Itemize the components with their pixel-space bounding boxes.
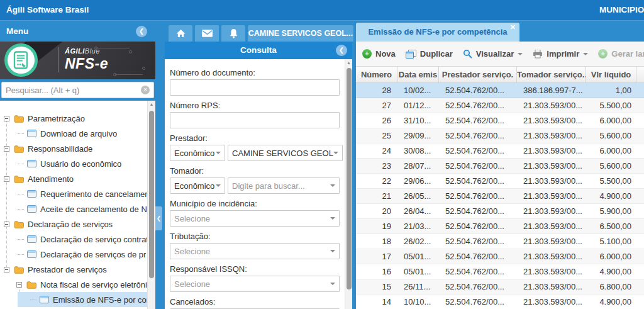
- prestador-value-select[interactable]: CAMINE SERVICOS GEOL: [228, 145, 343, 161]
- tomador-search-select[interactable]: Digite para buscar...: [228, 177, 340, 194]
- rps-number-input[interactable]: [170, 112, 340, 128]
- tree-scrollbar-thumb[interactable]: [149, 111, 154, 278]
- search-box: ✕: [1, 82, 154, 98]
- tab-home[interactable]: [169, 25, 192, 42]
- table-row[interactable]: 2701/12...52.504.762/00...21.303.593/00.…: [356, 98, 644, 113]
- table-row[interactable]: 2026/04...52.504.762/00...21.303.593/00.…: [356, 204, 644, 219]
- collapse-expander-icon[interactable]: [4, 116, 9, 121]
- column-header[interactable]: Prestador serviço.: [439, 67, 517, 82]
- cell-data: 21/03...: [397, 219, 439, 233]
- scroll-up-icon[interactable]: ▲: [345, 59, 352, 67]
- tomador-mode-select[interactable]: Econômico: [170, 177, 225, 194]
- municipio-incidencia-select[interactable]: Selecione: [170, 210, 340, 227]
- collapse-expander-icon[interactable]: [4, 176, 9, 182]
- prestador-mode-select[interactable]: Econômico: [170, 145, 225, 161]
- tree-item-label: Parametrização: [28, 114, 85, 123]
- tree-item-label: Declaração de serviços de pr: [40, 250, 146, 259]
- tree-item[interactable]: Usuário do econômico: [0, 156, 147, 171]
- caret-down-icon: [330, 184, 335, 189]
- tree-item-label: Responsabilidade: [28, 144, 92, 154]
- table-row[interactable]: 2430/08...52.504.762/00...21.303.593/00.…: [356, 143, 644, 159]
- tree-item[interactable]: Prestador de serviços: [0, 262, 147, 277]
- table-row[interactable]: 1410/10...52.504.762/00...21.303.593/00.…: [356, 295, 644, 309]
- table-row[interactable]: 2631/10...52.504.762/00...21.303.593/00.…: [356, 113, 644, 128]
- table-row[interactable]: 2229/06...52.504.762/00...21.303.593/00.…: [356, 174, 644, 189]
- caret-down-icon: [330, 283, 335, 288]
- filter-scrollbar-thumb[interactable]: [347, 68, 352, 289]
- gerar-lancamento-button[interactable]: + Gerar lançamento: [598, 49, 644, 59]
- column-header[interactable]: [636, 67, 644, 82]
- app-title: Ágili Software Brasil: [6, 0, 89, 20]
- tab-bar: CAMINE SERVICOS GEOL... Emissão de NFS-e…: [165, 21, 644, 42]
- table-row[interactable]: 1921/03...52.504.762/00...21.303.593/00.…: [356, 219, 644, 234]
- tree-item[interactable]: Atendimento: [0, 171, 147, 186]
- column-header[interactable]: Número: [356, 67, 397, 82]
- cell-prestador: 52.504.762/00...: [439, 143, 517, 158]
- duplicar-button[interactable]: Duplicar: [406, 49, 453, 59]
- tree-item-label: Emissão de NFS-e por competência: [53, 295, 147, 305]
- tree-item[interactable]: Declaração de serviços de pr: [0, 247, 147, 262]
- close-icon[interactable]: ✕: [510, 23, 516, 31]
- table-row[interactable]: 2126/05...52.504.762/00...21.303.593/00.…: [356, 189, 644, 204]
- collapse-menu-button[interactable]: ❮: [136, 26, 147, 37]
- cell-prestador: 52.504.762/00...: [439, 189, 517, 203]
- table-row[interactable]: 2810/02...52.504.762/00...386.186.997-7.…: [356, 83, 644, 98]
- cell-valor: 5.900,00: [586, 204, 636, 218]
- tree-item[interactable]: Download de arquivo: [0, 126, 147, 141]
- tree-item[interactable]: Nota fiscal de serviço eletrônica: [0, 277, 147, 292]
- table-row[interactable]: 2328/07...52.504.762/00...21.303.593/00.…: [356, 159, 644, 174]
- documento-number-input[interactable]: [170, 79, 340, 96]
- table-row[interactable]: 2529/09...52.504.762/00...21.303.593/00.…: [356, 128, 644, 143]
- clear-search-icon[interactable]: ✕: [141, 86, 150, 94]
- tab-camine-servicos[interactable]: CAMINE SERVICOS GEOL...: [248, 25, 353, 42]
- tab-bell[interactable]: [221, 25, 245, 42]
- field-numero-rps: Número RPS:: [170, 96, 340, 128]
- tab-mail[interactable]: [195, 25, 219, 42]
- column-header[interactable]: Vlr líquido: [586, 67, 636, 82]
- tab-emissao-nfse[interactable]: Emissão de NFS-e por competência ✕: [356, 23, 519, 42]
- tree-item[interactable]: Emissão de NFS-e por competência: [0, 292, 147, 307]
- collapse-expander-icon[interactable]: [4, 267, 9, 272]
- field-label: Município de incidência:: [170, 194, 340, 210]
- collapse-filter-button[interactable]: ❮: [336, 45, 347, 56]
- field-responsavel-issqn: Responsável ISSQN: Selecione: [170, 259, 340, 292]
- tree-item[interactable]: Requerimento de cancelamento: [0, 186, 147, 201]
- cell-numero: 26: [356, 113, 397, 128]
- column-header[interactable]: Data emis: [397, 67, 439, 82]
- cell-extra: [636, 174, 644, 188]
- tree-scrollbar[interactable]: ▲: [147, 101, 155, 309]
- collapse-expander-icon[interactable]: [4, 222, 9, 227]
- cell-tomador: 21.303.593/00...: [517, 234, 586, 249]
- cell-valor: 5.500,00: [586, 98, 636, 113]
- cell-numero: 21: [356, 189, 397, 203]
- collapse-expander-icon[interactable]: [4, 146, 9, 152]
- nova-button[interactable]: + Nova: [362, 49, 396, 59]
- document-icon: [27, 250, 36, 258]
- filter-panel: Consulta ❮ Número do documento: Número R…: [165, 42, 356, 309]
- document-icon: [40, 296, 49, 303]
- cell-tomador: 21.303.593/00...: [517, 174, 586, 188]
- visualizar-button[interactable]: Visualizar: [463, 49, 523, 59]
- search-input[interactable]: [6, 86, 141, 95]
- responsavel-issqn-select[interactable]: Selecione: [170, 276, 340, 292]
- tributacao-select[interactable]: Selecione: [170, 243, 340, 259]
- tree-item[interactable]: Responsabilidade: [0, 141, 147, 156]
- column-header[interactable]: Tomador serviço..: [517, 67, 586, 82]
- tree-item[interactable]: Aceite de cancelamento de N: [0, 201, 147, 216]
- cell-valor: 5.100,00: [586, 234, 636, 249]
- table-row[interactable]: 1526/11...52.504.762/00...21.303.593/00.…: [356, 279, 644, 295]
- circuit-dot: [129, 50, 132, 53]
- table-row[interactable]: 1605/01...52.504.762/00...21.303.593/00.…: [356, 264, 644, 279]
- tree-item[interactable]: Declaração de serviços: [0, 216, 147, 232]
- sidebar-collapse-handle[interactable]: ❮: [155, 206, 162, 230]
- imprimir-button[interactable]: Imprimir: [533, 49, 588, 59]
- filter-scrollbar[interactable]: ▲: [345, 59, 352, 309]
- tree-item[interactable]: Parametrização: [0, 111, 147, 126]
- table-row[interactable]: 1705/01...52.504.762/00...21.303.593/00.…: [356, 249, 644, 264]
- cell-tomador: 21.303.593/00...: [517, 113, 586, 128]
- tree-item[interactable]: Declaração de serviço contratado: [0, 232, 147, 247]
- filter-panel-header: Consulta ❮: [165, 42, 352, 59]
- collapse-expander-icon[interactable]: [16, 282, 22, 288]
- scroll-up-icon[interactable]: ▲: [148, 101, 155, 108]
- table-row[interactable]: 1826/02...52.504.762/00...21.303.593/00.…: [356, 234, 644, 249]
